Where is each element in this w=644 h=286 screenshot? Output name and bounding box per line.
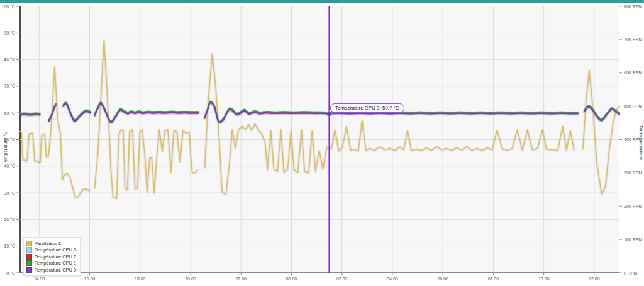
series-line-ventilateur-1 <box>95 40 198 198</box>
x-axis-tick-label: 02:00 <box>336 277 348 281</box>
series-line-temp-rature-cpu-0 <box>20 115 40 115</box>
left-axis-tick-label: 0 °C <box>6 271 15 275</box>
legend-label: Température CPU 2 <box>35 254 76 260</box>
legend-item-cpu2[interactable]: Température CPU 2 <box>26 253 76 260</box>
legend-swatch-icon <box>26 267 32 273</box>
legend-label: Température CPU 3 <box>35 247 76 253</box>
legend-swatch-icon <box>26 260 32 266</box>
cursor-tooltip: Température CPU 0: 59.7 °C <box>330 103 404 113</box>
left-axis-tick-label: 90 °C <box>4 31 15 35</box>
left-axis-tick-label: 70 °C <box>4 84 15 88</box>
x-axis-tick-label: 08:00 <box>488 277 499 281</box>
x-axis-tick-label: 20:00 <box>185 277 196 281</box>
x-axis-tick-label: 16:00 <box>84 277 96 281</box>
right-axis-tick-label: 0 RPM <box>624 271 638 275</box>
right-axis-tick-label: 600 RPM <box>624 71 642 75</box>
right-axis-tick-label: 100 RPM <box>624 237 642 242</box>
left-axis-tick-label: 80 °C <box>4 57 15 62</box>
left-axis-tick-label: 30 °C <box>4 191 15 195</box>
x-axis-tick-label: 06:00 <box>437 277 448 281</box>
x-axis-tick-label: 12:00 <box>589 277 600 281</box>
legend-swatch-icon <box>26 247 32 253</box>
temperature-fan-chart: 0 °C10 °C20 °C30 °C40 °C50 °C60 °C70 °C8… <box>0 0 644 286</box>
legend-label: Température CPU 1 <box>35 260 76 266</box>
left-axis-tick-label: 20 °C <box>4 217 15 222</box>
hardware-monitor-chart-window: 0 °C10 °C20 °C30 °C40 °C50 °C60 °C70 °C8… <box>0 0 644 286</box>
left-axis-tick-label: 100 °C <box>2 4 15 9</box>
right-axis-title: Tours par minute <box>638 121 644 165</box>
x-axis-tick-label: 04:00 <box>387 277 398 281</box>
legend-item-cpu1[interactable]: Température CPU 1 <box>26 260 76 267</box>
left-axis-title: Température °C <box>3 128 8 168</box>
x-axis-tick-label: 14:00 <box>34 277 45 281</box>
legend-item-cpu0[interactable]: Température CPU 0 <box>26 266 76 273</box>
x-axis-tick-label: 10:00 <box>538 277 550 281</box>
right-axis-tick-label: 300 RPM <box>624 171 642 175</box>
left-axis-tick-label: 60 °C <box>4 111 15 115</box>
series-line-temp-rature-cpu-1 <box>95 102 199 121</box>
series-group <box>20 40 619 198</box>
right-axis-tick-label: 200 RPM <box>624 204 642 209</box>
right-axis-tick-label: 800 RPM <box>624 4 642 9</box>
legend-item-cpu3[interactable]: Température CPU 3 <box>26 247 76 254</box>
legend-swatch-icon <box>26 241 32 246</box>
x-axis-tick-label: 00:00 <box>286 277 297 281</box>
right-axis-tick-label: 500 RPM <box>624 104 642 108</box>
right-axis-tick-label: 700 RPM <box>624 37 642 42</box>
series-line-temp-rature-cpu-1 <box>20 113 40 113</box>
x-axis-tick-label: 18:00 <box>135 277 146 281</box>
left-axis-tick-label: 10 °C <box>4 244 15 248</box>
series-line-ventilateur-1 <box>583 70 619 195</box>
legend-label: Ventilateur 1 <box>35 241 61 246</box>
legend-swatch-icon <box>26 254 32 260</box>
x-axis-tick-label: 22:00 <box>235 277 247 281</box>
legend: Ventilateur 1 Température CPU 3 Températ… <box>23 237 80 276</box>
legend-label: Température CPU 0 <box>35 267 76 273</box>
series-line-ventilateur-1 <box>205 54 574 194</box>
legend-item-ventilateur-1[interactable]: Ventilateur 1 <box>26 240 76 247</box>
